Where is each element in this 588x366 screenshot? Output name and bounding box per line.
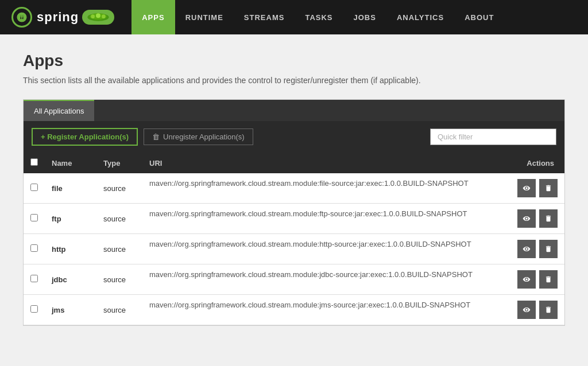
svg-point-5 — [102, 14, 106, 18]
row-checkbox-1[interactable] — [30, 214, 38, 221]
header-checkbox-col — [24, 153, 45, 173]
applications-table: Name Type URI Actions file source maven:… — [24, 153, 564, 325]
row-type: source — [96, 173, 142, 204]
page-content: Apps This section lists all the availabl… — [0, 34, 588, 343]
row-actions — [510, 173, 564, 204]
page-subtitle: This section lists all the available app… — [23, 76, 565, 85]
row-type: source — [96, 295, 142, 325]
table-row: http source maven://org.springframework.… — [24, 234, 564, 264]
row-uri: maven://org.springframework.cloud.stream… — [142, 295, 510, 325]
row-checkbox-cell — [24, 173, 45, 204]
row-checkbox-cell — [24, 264, 45, 295]
row-uri: maven://org.springframework.cloud.stream… — [142, 204, 510, 234]
row-actions — [510, 295, 564, 325]
view-button-2[interactable] — [517, 240, 536, 258]
table-row: file source maven://org.springframework.… — [24, 173, 564, 204]
view-button-3[interactable] — [517, 270, 536, 289]
row-checkbox-cell — [24, 234, 45, 264]
row-name: http — [45, 234, 96, 264]
table-body: file source maven://org.springframework.… — [24, 173, 564, 325]
row-checkbox-3[interactable] — [30, 275, 38, 282]
row-checkbox-4[interactable] — [30, 305, 38, 313]
nav-item-apps[interactable]: APPS — [131, 0, 175, 34]
action-buttons — [517, 209, 558, 228]
row-type: source — [96, 204, 142, 234]
row-checkbox-2[interactable] — [30, 244, 38, 252]
brand-name: spring — [37, 10, 79, 25]
delete-button-3[interactable] — [539, 270, 558, 289]
row-type: source — [96, 264, 142, 295]
brand: spring — [0, 0, 126, 34]
header-actions: Actions — [510, 153, 564, 173]
table-header-row: Name Type URI Actions — [24, 153, 564, 173]
table-row: jms source maven://org.springframework.c… — [24, 295, 564, 325]
unregister-button[interactable]: 🗑 Unregister Application(s) — [144, 129, 253, 145]
svg-point-3 — [91, 14, 95, 18]
svg-point-4 — [96, 13, 100, 18]
table-row: jdbc source maven://org.springframework.… — [24, 264, 564, 295]
applications-card: All Applications + Register Application(… — [23, 99, 565, 326]
navbar: spring APPS RUNTIME STREAMS TASKS JOBS A… — [0, 0, 588, 34]
delete-button-1[interactable] — [539, 209, 558, 228]
delete-button-4[interactable] — [539, 301, 558, 319]
spring-logo-icon — [11, 7, 32, 28]
nav-item-jobs[interactable]: JOBS — [343, 0, 386, 34]
nav-item-about[interactable]: ABOUT — [454, 0, 504, 34]
row-name: jms — [45, 295, 96, 325]
card-header: All Applications — [24, 100, 564, 121]
header-name: Name — [45, 153, 96, 173]
table-row: ftp source maven://org.springframework.c… — [24, 204, 564, 234]
dataflow-logo — [82, 10, 114, 25]
row-actions — [510, 204, 564, 234]
row-checkbox-cell — [24, 204, 45, 234]
row-actions — [510, 264, 564, 295]
view-button-4[interactable] — [517, 301, 536, 319]
unregister-label: Unregister Application(s) — [163, 133, 245, 141]
tab-all-applications[interactable]: All Applications — [24, 100, 94, 121]
register-button[interactable]: + Register Application(s) — [32, 128, 138, 146]
row-uri: maven://org.springframework.cloud.stream… — [142, 264, 510, 295]
delete-button-2[interactable] — [539, 240, 558, 258]
header-uri: URI — [142, 153, 510, 173]
nav-item-analytics[interactable]: ANALYTICS — [386, 0, 454, 34]
quick-filter-input[interactable] — [430, 129, 556, 145]
delete-button-0[interactable] — [539, 179, 558, 197]
action-buttons — [517, 270, 558, 289]
action-buttons — [517, 179, 558, 197]
row-name: file — [45, 173, 96, 204]
view-button-1[interactable] — [517, 209, 536, 228]
select-all-checkbox[interactable] — [30, 158, 38, 166]
toolbar: + Register Application(s) 🗑 Unregister A… — [24, 121, 564, 153]
header-type: Type — [96, 153, 142, 173]
nav-item-streams[interactable]: STREAMS — [234, 0, 295, 34]
nav-item-tasks[interactable]: TASKS — [295, 0, 343, 34]
action-buttons — [517, 301, 558, 319]
row-actions — [510, 234, 564, 264]
view-button-0[interactable] — [517, 179, 536, 197]
nav-item-runtime[interactable]: RUNTIME — [175, 0, 234, 34]
row-type: source — [96, 234, 142, 264]
row-uri: maven://org.springframework.cloud.stream… — [142, 173, 510, 204]
row-name: ftp — [45, 204, 96, 234]
trash-icon: 🗑 — [152, 133, 160, 141]
action-buttons — [517, 240, 558, 258]
row-uri: maven://org.springframework.cloud.stream… — [142, 234, 510, 264]
row-checkbox-cell — [24, 295, 45, 325]
row-name: jdbc — [45, 264, 96, 295]
page-title: Apps — [23, 52, 565, 70]
row-checkbox-0[interactable] — [30, 184, 38, 191]
nav-menu: APPS RUNTIME STREAMS TASKS JOBS ANALYTIC… — [131, 0, 504, 34]
